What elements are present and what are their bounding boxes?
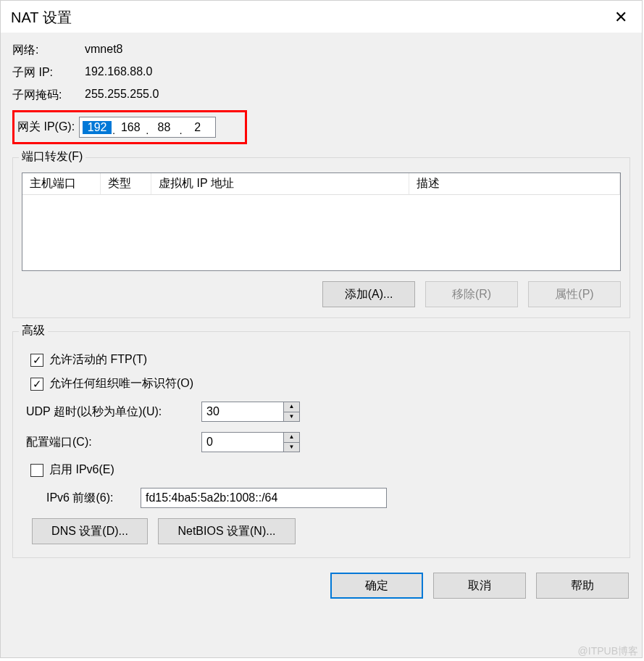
udp-timeout-input[interactable] [202, 402, 283, 421]
udp-timeout-label: UDP 超时(以秒为单位)(U): [26, 404, 194, 420]
ipv6-prefix-row: IPv6 前缀(6): [46, 488, 621, 508]
dialog-content: 网络: vmnet8 子网 IP: 192.168.88.0 子网掩码: 255… [1, 33, 642, 606]
col-host-port[interactable]: 主机端口 [22, 173, 101, 194]
port-forward-group: 端口转发(F) 主机端口 类型 虚拟机 IP 地址 描述 添加(A)... 移除… [12, 157, 630, 318]
watermark: @ITPUB博客 [578, 645, 638, 658]
network-row: 网络: vmnet8 [12, 43, 630, 58]
network-value: vmnet8 [85, 43, 122, 58]
advanced-buttons: DNS 设置(D)... NetBIOS 设置(N)... [32, 518, 621, 544]
gateway-row: 网关 IP(G): . . . [12, 110, 247, 144]
ipv6-checkbox-row[interactable]: 启用 IPv6(E) [30, 462, 612, 478]
netbios-settings-button[interactable]: NetBIOS 设置(N)... [158, 518, 296, 544]
udp-timeout-row: UDP 超时(以秒为单位)(U): ▲ ▼ [26, 402, 621, 422]
advanced-title: 高级 [19, 323, 48, 338]
add-button[interactable]: 添加(A)... [322, 281, 415, 307]
advanced-group: 高级 ✓ 允许活动的 FTP(T) ✓ 允许任何组织唯一标识符(O) UDP 超… [12, 331, 630, 558]
checkbox-unchecked-icon[interactable] [30, 464, 43, 477]
remove-button: 移除(R) [425, 281, 518, 307]
subnet-ip-label: 子网 IP: [12, 65, 85, 80]
ip-seg-3[interactable] [149, 121, 178, 134]
subnet-mask-value: 255.255.255.0 [85, 88, 159, 103]
subnet-ip-value: 192.168.88.0 [85, 65, 152, 80]
ipv6-prefix-input[interactable] [141, 488, 387, 508]
checkbox-checked-icon[interactable]: ✓ [30, 378, 43, 391]
port-forward-buttons: 添加(A)... 移除(R) 属性(P) [22, 281, 621, 307]
close-icon[interactable]: ✕ [610, 7, 632, 28]
ip-seg-2[interactable] [116, 121, 145, 134]
network-label: 网络: [12, 43, 85, 58]
config-port-label: 配置端口(C): [26, 435, 194, 450]
col-type[interactable]: 类型 [101, 173, 151, 194]
dns-settings-button[interactable]: DNS 设置(D)... [32, 518, 148, 544]
cancel-button[interactable]: 取消 [433, 573, 526, 599]
col-vm-ip[interactable]: 虚拟机 IP 地址 [151, 173, 409, 194]
udp-timeout-spinner[interactable]: ▲ ▼ [201, 402, 300, 422]
ip-dot: . [112, 124, 116, 136]
spinner-down-icon[interactable]: ▼ [284, 412, 299, 422]
subnet-mask-row: 子网掩码: 255.255.255.0 [12, 88, 630, 103]
properties-button: 属性(P) [528, 281, 621, 307]
port-forward-table[interactable]: 主机端口 类型 虚拟机 IP 地址 描述 [22, 172, 621, 271]
oui-label: 允许任何组织唯一标识符(O) [49, 376, 193, 391]
dialog-buttons: 确定 取消 帮助 [12, 573, 630, 599]
config-port-row: 配置端口(C): ▲ ▼ [26, 432, 621, 452]
ftp-label: 允许活动的 FTP(T) [49, 352, 147, 367]
ip-dot: . [145, 124, 149, 136]
config-port-input[interactable] [202, 433, 283, 452]
col-desc[interactable]: 描述 [409, 173, 620, 194]
ipv6-prefix-label: IPv6 前缀(6): [46, 491, 133, 506]
spinner-up-icon[interactable]: ▲ [284, 402, 299, 412]
subnet-mask-label: 子网掩码: [12, 88, 85, 103]
spinner-up-icon[interactable]: ▲ [284, 433, 299, 443]
port-forward-title: 端口转发(F) [19, 149, 85, 165]
titlebar: NAT 设置 ✕ [1, 1, 642, 33]
spinner-down-icon[interactable]: ▼ [284, 443, 299, 452]
oui-checkbox-row[interactable]: ✓ 允许任何组织唯一标识符(O) [30, 376, 612, 391]
dialog-title: NAT 设置 [11, 8, 72, 28]
help-button[interactable]: 帮助 [536, 573, 629, 599]
nat-settings-dialog: NAT 设置 ✕ 网络: vmnet8 子网 IP: 192.168.88.0 … [0, 0, 643, 658]
subnet-ip-row: 子网 IP: 192.168.88.0 [12, 65, 630, 80]
config-port-spinner[interactable]: ▲ ▼ [201, 432, 300, 452]
checkbox-checked-icon[interactable]: ✓ [30, 354, 43, 367]
ip-seg-4[interactable] [183, 121, 212, 134]
ftp-checkbox-row[interactable]: ✓ 允许活动的 FTP(T) [30, 352, 612, 367]
table-header: 主机端口 类型 虚拟机 IP 地址 描述 [22, 173, 620, 195]
ip-dot: . [178, 124, 183, 136]
gateway-label: 网关 IP(G): [17, 120, 75, 135]
gateway-ip-input[interactable]: . . . [79, 117, 216, 138]
ok-button[interactable]: 确定 [330, 573, 423, 599]
ipv6-enable-label: 启用 IPv6(E) [49, 462, 114, 478]
ip-seg-1[interactable] [83, 121, 112, 134]
